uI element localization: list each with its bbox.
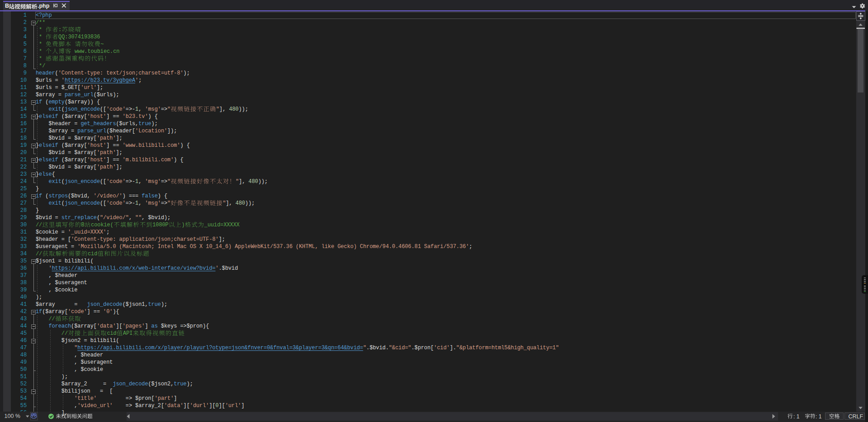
svg-text:(Macintosh;: (Macintosh; <box>119 244 155 250</box>
svg-text:,: , <box>129 215 132 221</box>
svg-text:=: = <box>68 135 71 141</box>
svg-text:bilibili(: bilibili( <box>90 338 119 344</box>
svg-text:if: if <box>36 193 42 199</box>
svg-text:=: = <box>103 381 106 387</box>
svg-text:elseif: elseif <box>39 113 58 120</box>
svg-text:'path': 'path' <box>97 135 116 141</box>
svg-text:exit: exit <box>48 178 61 185</box>
svg-text:]: ] <box>106 113 109 120</box>
svg-text:$bvid: $bvid <box>48 150 65 156</box>
svg-text:json_decode: json_decode <box>87 301 123 308</box>
svg-text:$array[: $array[ <box>74 135 97 141</box>
svg-text::: : <box>58 27 61 33</box>
svg-text:];: ]; <box>97 84 103 91</box>
svg-text:$json1: $json1 <box>36 258 55 264</box>
svg-text:$bvid);: $bvid); <box>148 215 171 221</box>
svg-text:'Mozilla/5.0: 'Mozilla/5.0 <box>77 244 116 250</box>
svg-text:$bilijson: $bilijson <box>61 388 90 394</box>
svg-text:'Content-type:: 'Content-type: <box>58 70 104 76</box>
svg-text:json_encode: json_encode <box>65 106 100 113</box>
svg-text:'m.bilibili.com': 'm.bilibili.com' <box>123 157 174 163</box>
svg-text:{: { <box>97 99 100 105</box>
svg-text:480: 480 <box>249 178 258 185</box>
svg-text:=>: => <box>126 395 132 402</box>
svg-text:*: * <box>39 27 42 33</box>
svg-text:$json2: $json2 <box>61 338 81 344</box>
svg-text:=: = <box>74 121 77 127</box>
svg-text:$_GET[: $_GET[ <box>61 84 81 91</box>
svg-text:'0': '0' <box>103 309 113 315</box>
svg-text:,: , <box>138 106 142 113</box>
svg-text:($header[: ($header[ <box>106 128 135 134</box>
svg-text://: // <box>61 330 68 337</box>
svg-text:'title': 'title' <box>74 395 97 402</box>
svg-text:=: = <box>74 301 77 308</box>
svg-text:$header: $header <box>36 236 58 243</box>
svg-text:'path': 'path' <box>97 150 116 156</box>
svg-text:]);: ]); <box>167 128 177 134</box>
svg-text:"&platform=html5&high_quality=: "&platform=html5&high_quality=1" <box>456 345 559 351</box>
svg-text:;: ; <box>469 244 472 250</box>
svg-text:([: ([ <box>100 106 106 113</box>
svg-text:like: like <box>321 244 335 250</box>
svg-text:]: ] <box>241 403 244 409</box>
svg-text:=: = <box>61 229 65 235</box>
svg-text:'cid': 'cid' <box>434 345 450 351</box>
svg-text:=>: => <box>161 106 167 113</box>
svg-text:==: == <box>113 113 119 120</box>
svg-text:}: } <box>36 207 39 214</box>
svg-text:);: ); <box>151 121 158 127</box>
svg-text:=: = <box>71 128 74 134</box>
svg-text:'pages': 'pages' <box>123 323 145 329</box>
svg-text:elseif: elseif <box>39 142 58 149</box>
svg-text:'host': 'host' <box>87 142 107 149</box>
svg-text:): ) <box>180 142 184 149</box>
svg-text:$bvid: $bvid <box>36 215 52 221</box>
svg-text:): ) <box>182 222 185 228</box>
svg-text:=: = <box>84 338 87 344</box>
svg-text:": " <box>167 178 170 185</box>
svg-text:'host': 'host' <box>87 113 107 120</box>
svg-text:=: = <box>68 150 71 156</box>
svg-text:cookie(: cookie( <box>91 222 113 228</box>
svg-text:][: ][ <box>219 403 225 409</box>
svg-text:.$bvid: .$bvid <box>219 265 238 272</box>
svg-text:);: ); <box>184 70 190 76</box>
svg-text:Safari/537.36': Safari/537.36' <box>424 244 469 250</box>
svg-text:$bvid: $bvid <box>48 135 65 141</box>
svg-text:]: ] <box>106 157 109 163</box>
svg-text:json_encode: json_encode <box>65 178 100 185</box>
svg-text:,: , <box>48 280 52 286</box>
svg-text:): ) <box>148 113 151 120</box>
svg-text:480: 480 <box>229 106 238 113</box>
svg-text:~: ~ <box>101 41 104 47</box>
svg-text:*: * <box>39 34 42 40</box>
svg-text:[: [ <box>109 388 113 394</box>
svg-text:"&cid=": "&cid=" <box>389 345 411 351</box>
svg-text:_uuid=XXXXX: _uuid=XXXXX <box>204 222 240 228</box>
svg-text:$urls: $urls <box>36 84 52 91</box>
svg-text:=>-: =>- <box>126 200 135 206</box>
svg-text:'url': 'url' <box>80 84 97 91</box>
svg-text:true: true <box>174 381 187 387</box>
svg-text:): ) <box>123 193 126 199</box>
svg-text:*/: */ <box>39 63 45 69</box>
svg-text:*: * <box>39 41 42 47</box>
svg-text:'code': 'code' <box>68 309 87 315</box>
svg-text:AppleWebKit/537.36: AppleWebKit/537.36 <box>235 244 292 250</box>
svg-text:"": "" <box>135 215 142 221</box>
svg-text:([: ([ <box>100 200 106 206</box>
svg-text:'data': 'data' <box>97 323 116 329</box>
svg-text:'www.bilibili.com': 'www.bilibili.com' <box>123 142 180 149</box>
svg-text:$keys: $keys <box>161 323 177 329</box>
svg-text:,: , <box>138 200 142 206</box>
svg-text:): ) <box>158 193 161 199</box>
svg-text://: // <box>36 222 42 228</box>
svg-text:);: ); <box>36 294 42 300</box>
svg-text:=: = <box>61 236 65 243</box>
svg-text:));: )); <box>239 106 248 113</box>
svg-text:);: ); <box>61 374 68 380</box>
svg-text:Mac: Mac <box>177 244 186 250</box>
svg-text:=>: => <box>126 403 132 409</box>
svg-text:=>-: =>- <box>126 106 135 113</box>
